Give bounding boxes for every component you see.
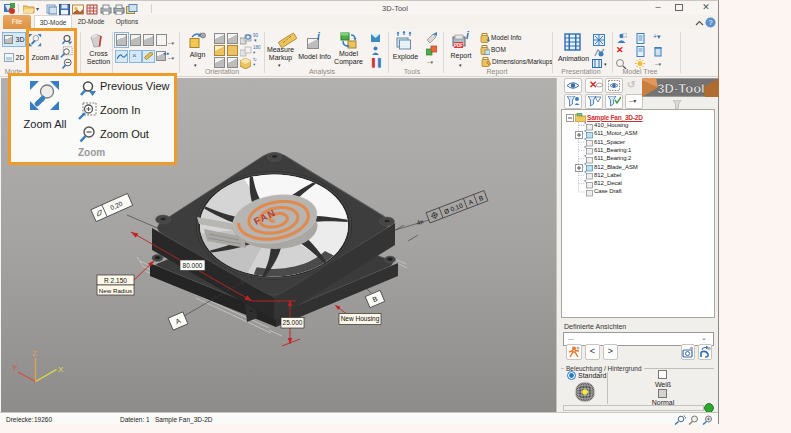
svg-text:Z: Z xyxy=(32,349,37,358)
svg-text:PDF: PDF xyxy=(454,43,463,48)
svg-text:New Radius: New Radius xyxy=(99,287,132,294)
svg-text:Y: Y xyxy=(12,363,18,372)
svg-text:3D-Tool: 3D-Tool xyxy=(657,81,704,96)
svg-text:25.000: 25.000 xyxy=(283,319,303,326)
svg-text:R 2.150: R 2.150 xyxy=(104,277,127,284)
svg-text:?: ? xyxy=(708,18,712,27)
svg-text:X: X xyxy=(58,365,64,374)
svg-text:80.000: 80.000 xyxy=(183,262,203,269)
svg-text:New Housing: New Housing xyxy=(341,315,380,323)
